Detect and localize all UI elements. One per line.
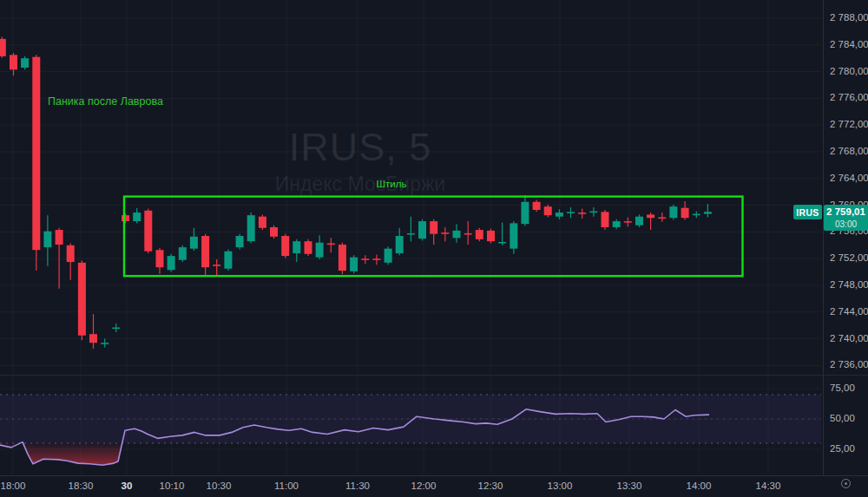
candle — [156, 248, 164, 274]
price-tick: 2 740,00 — [830, 333, 868, 343]
candle — [556, 209, 563, 219]
candle — [430, 219, 437, 245]
candle — [602, 210, 609, 230]
candle — [112, 324, 120, 332]
candle — [168, 254, 175, 272]
trading-chart-app: IRUS, 5 Индекс МосБиржи Паника после Лав… — [0, 0, 868, 497]
candle — [78, 261, 86, 341]
candle — [144, 208, 152, 253]
candle — [578, 208, 586, 219]
chart-canvas[interactable] — [0, 0, 823, 475]
time-tick: 11:30 — [345, 481, 370, 491]
candle — [589, 207, 597, 217]
candle — [464, 221, 472, 245]
time-scale[interactable]: 18:0018:303010:1010:3011:0011:3012:0012:… — [0, 475, 868, 497]
candle — [521, 195, 529, 226]
candle — [10, 53, 17, 75]
candle — [385, 246, 392, 265]
candlestick-series — [0, 37, 712, 350]
time-tick: 14:00 — [687, 481, 712, 491]
candle — [487, 229, 495, 244]
bar-countdown: 03:00 — [824, 220, 868, 229]
last-price-label: 2 759,01 03:00 — [824, 205, 868, 231]
candle — [67, 243, 75, 279]
candle — [236, 234, 244, 250]
candle — [213, 259, 220, 276]
candle — [350, 255, 358, 273]
time-tick: 12:30 — [478, 481, 503, 491]
candle — [544, 205, 552, 218]
candle — [418, 219, 426, 241]
price-tick: 2 744,00 — [830, 306, 868, 317]
annotation-calm-text[interactable]: Штиль — [377, 179, 407, 189]
candle — [510, 221, 517, 254]
candle — [681, 201, 689, 220]
candle — [567, 207, 575, 218]
pane-separator[interactable] — [0, 375, 868, 376]
candle — [190, 228, 198, 251]
candle — [372, 255, 380, 265]
price-tick: 2 784,00 — [830, 39, 868, 49]
price-scale[interactable]: 2 788,002 784,002 780,002 776,002 772,00… — [823, 0, 868, 475]
rsi-tick: 50,00 — [830, 413, 855, 423]
symbol-axis-badge: IRUS — [793, 205, 822, 219]
candle — [201, 234, 209, 277]
candle — [32, 55, 40, 271]
candle — [441, 227, 449, 241]
candle — [179, 245, 187, 262]
annotation-panic-text[interactable]: Паника после Лаврова — [48, 95, 163, 108]
candle — [259, 214, 266, 230]
price-tick: 2 736,00 — [830, 359, 868, 369]
candle — [21, 56, 29, 69]
timezone-clock-icon[interactable] — [841, 479, 851, 488]
candle — [101, 339, 108, 348]
price-tick: 2 748,00 — [830, 279, 868, 290]
candle — [647, 213, 654, 230]
candle — [305, 239, 312, 256]
rsi-tick: 25,00 — [830, 443, 855, 454]
candle — [361, 255, 369, 264]
time-tick: 14:30 — [756, 481, 781, 491]
time-tick: 12:00 — [411, 481, 437, 491]
time-tick: 13:30 — [617, 481, 642, 491]
candle — [281, 234, 289, 258]
candle — [339, 243, 346, 274]
candle — [669, 205, 677, 220]
candle — [327, 238, 335, 252]
candle — [704, 204, 712, 217]
candle — [658, 213, 666, 222]
time-tick: 10:10 — [160, 481, 185, 491]
rsi-tick: 75,00 — [830, 383, 855, 393]
candle — [133, 208, 141, 224]
candle — [453, 224, 461, 243]
candle — [613, 219, 621, 230]
time-tick: 13:00 — [548, 481, 573, 491]
candle — [89, 314, 97, 349]
time-tick: 30 — [122, 481, 133, 491]
candle — [407, 217, 415, 241]
candle — [476, 228, 483, 241]
candle — [624, 217, 632, 226]
time-tick: 18:00 — [1, 481, 26, 491]
candle — [498, 223, 506, 245]
price-tick: 2 776,00 — [830, 92, 868, 102]
candle — [122, 213, 129, 224]
clock-dot — [845, 482, 847, 485]
candle — [635, 214, 643, 227]
candle — [533, 199, 541, 212]
time-tick: 11:00 — [274, 481, 299, 491]
price-tick: 2 780,00 — [830, 66, 868, 76]
price-tick: 2 772,00 — [830, 119, 868, 129]
price-tick: 2 788,00 — [830, 12, 868, 23]
time-tick: 10:30 — [207, 481, 232, 491]
rsi-oversold-fill — [0, 442, 122, 466]
candle — [316, 235, 324, 259]
candle — [270, 226, 278, 239]
price-tick: 2 768,00 — [830, 146, 868, 156]
price-tick: 2 752,00 — [830, 252, 868, 263]
last-price-value: 2 759,01 — [824, 207, 868, 218]
candle — [247, 213, 255, 243]
candle — [224, 249, 232, 271]
time-tick: 18:30 — [69, 481, 94, 491]
candle — [0, 37, 6, 58]
